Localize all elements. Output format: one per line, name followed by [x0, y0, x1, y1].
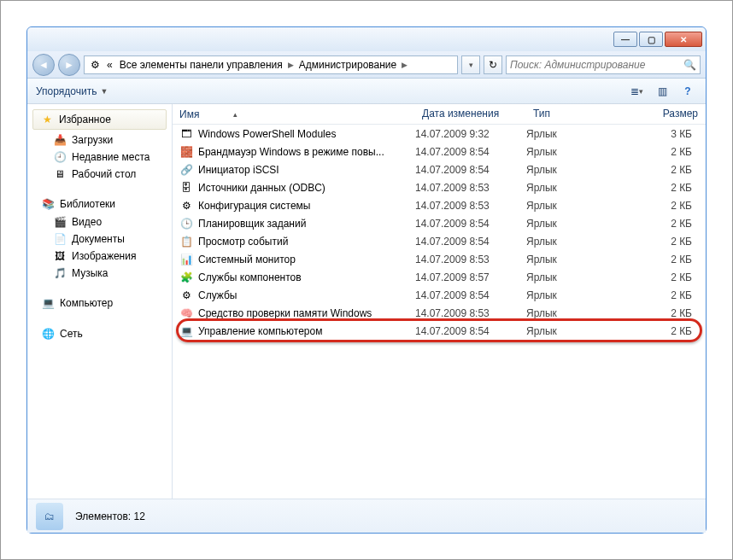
file-size: 2 КБ — [629, 325, 706, 337]
sidebar-item[interactable]: 🎬Видео — [27, 213, 172, 230]
view-button[interactable]: ≣▾ — [627, 82, 646, 101]
status-icon: 🗂 — [36, 503, 63, 530]
file-icon: 📋 — [179, 235, 193, 248]
address-dropdown-button[interactable]: ▾ — [461, 55, 480, 74]
forward-button[interactable]: ► — [58, 54, 80, 76]
breadcrumb-item[interactable]: Все элементы панели управления — [118, 59, 284, 71]
control-panel-icon: ⚙ — [88, 58, 102, 72]
sidebar-item-icon: 📄 — [53, 232, 67, 246]
sidebar-item-icon: 📥 — [53, 133, 67, 147]
sidebar-item-icon: 🎵 — [53, 266, 67, 280]
column-size[interactable]: Размер — [629, 104, 706, 124]
column-label: Имя — [179, 108, 199, 120]
file-icon: 🧠 — [179, 306, 193, 320]
status-bar: 🗂 Элементов: 12 — [27, 499, 706, 533]
file-row[interactable]: 🕒Планировщик заданий14.07.2009 8:54Ярлык… — [173, 214, 706, 232]
network-icon: 🌐 — [41, 327, 55, 341]
search-input[interactable] — [510, 59, 683, 71]
back-button[interactable]: ◄ — [32, 54, 55, 76]
sidebar-item-label: Рабочий стол — [72, 168, 136, 180]
file-type: Ярлык — [526, 307, 629, 319]
help-icon: ? — [684, 85, 690, 97]
file-size: 2 КБ — [629, 254, 706, 265]
file-size: 2 КБ — [629, 271, 706, 283]
file-row[interactable]: 🧩Службы компонентов14.07.2009 8:57Ярлык2… — [173, 268, 706, 286]
sidebar-label: Библиотеки — [60, 198, 115, 210]
file-name: Конфигурация системы — [198, 200, 310, 212]
file-row[interactable]: ⚙Конфигурация системы14.07.2009 8:53Ярлы… — [173, 196, 706, 214]
preview-pane-button[interactable]: ▥ — [653, 82, 671, 101]
file-date: 14.07.2009 8:54 — [415, 164, 526, 176]
file-list: Имя ▴ Дата изменения Тип Размер 🗔Windows… — [173, 104, 706, 499]
sidebar-network[interactable]: 🌐 Сеть — [27, 324, 172, 343]
sidebar-item[interactable]: 📥Загрузки — [27, 131, 172, 149]
breadcrumb-item[interactable]: Администрирование — [297, 59, 398, 71]
column-date[interactable]: Дата изменения — [415, 104, 526, 124]
file-row[interactable]: 🧠Средство проверки памяти Windows14.07.2… — [173, 304, 706, 322]
file-type: Ярлык — [526, 200, 629, 212]
breadcrumb-sep-icon: ▶ — [402, 61, 408, 69]
file-name: Брандмауэр Windows в режиме повы... — [198, 146, 384, 158]
column-headers: Имя ▴ Дата изменения Тип Размер — [173, 104, 706, 125]
file-size: 2 КБ — [629, 236, 706, 248]
file-name: Управление компьютером — [198, 325, 322, 337]
help-button[interactable]: ? — [678, 82, 697, 101]
file-size: 2 КБ — [629, 200, 706, 212]
file-type: Ярлык — [526, 146, 629, 158]
file-name: Службы — [198, 289, 237, 301]
file-name: Планировщик заданий — [198, 218, 306, 230]
file-icon: 🗄 — [179, 181, 193, 195]
refresh-button[interactable]: ↻ — [484, 55, 502, 74]
file-size: 3 КБ — [629, 128, 706, 140]
file-name: Системный монитор — [198, 254, 296, 265]
file-row[interactable]: 📊Системный монитор14.07.2009 8:53Ярлык2 … — [173, 250, 706, 268]
file-row[interactable]: 📋Просмотр событий14.07.2009 8:54Ярлык2 К… — [173, 232, 706, 250]
sidebar-item[interactable]: 🕘Недавние места — [27, 149, 172, 166]
sidebar-item[interactable]: 📄Документы — [27, 230, 172, 248]
file-icon: 🧱 — [179, 145, 193, 159]
sort-icon: ▴ — [233, 110, 237, 119]
sidebar: ★ Избранное 📥Загрузки🕘Недавние места🖥Раб… — [27, 104, 173, 499]
explorer-window: — ▢ ✕ ◄ ► ⚙ « Все элементы панели управл… — [26, 26, 707, 534]
column-name[interactable]: Имя ▴ — [173, 104, 415, 124]
file-type: Ярлык — [526, 164, 629, 176]
organize-button[interactable]: Упорядочить ▼ — [36, 85, 108, 97]
back-icon: ◄ — [38, 59, 49, 71]
dropdown-icon: ▾ — [639, 87, 643, 96]
minimize-button[interactable]: — — [613, 32, 637, 47]
star-icon: ★ — [40, 113, 54, 126]
sidebar-item[interactable]: 🖥Рабочий стол — [27, 166, 172, 183]
sidebar-item[interactable]: 🎵Музыка — [27, 265, 172, 282]
file-name: Службы компонентов — [198, 271, 302, 283]
file-row[interactable]: ⚙Службы14.07.2009 8:54Ярлык2 КБ — [173, 286, 706, 304]
refresh-icon: ↻ — [489, 59, 497, 71]
close-button[interactable]: ✕ — [665, 32, 702, 47]
file-row[interactable]: 🔗Инициатор iSCSI14.07.2009 8:54Ярлык2 КБ — [173, 160, 706, 178]
sidebar-favorites[interactable]: ★ Избранное — [32, 109, 167, 130]
file-size: 2 КБ — [629, 218, 706, 230]
file-row[interactable]: 🗔Windows PowerShell Modules14.07.2009 9:… — [173, 125, 706, 143]
file-row[interactable]: 🧱Брандмауэр Windows в режиме повы...14.0… — [173, 143, 706, 160]
file-type: Ярлык — [526, 271, 629, 283]
library-icon: 📚 — [41, 197, 55, 211]
maximize-button[interactable]: ▢ — [639, 32, 663, 47]
sidebar-item-label: Видео — [72, 216, 102, 228]
file-type: Ярлык — [526, 289, 629, 301]
file-date: 14.07.2009 8:54 — [415, 146, 526, 158]
file-size: 2 КБ — [629, 182, 706, 194]
file-name: Просмотр событий — [198, 236, 288, 248]
sidebar-computer[interactable]: 💻 Компьютер — [27, 294, 172, 312]
file-date: 14.07.2009 8:53 — [415, 254, 526, 265]
file-date: 14.07.2009 8:53 — [415, 200, 526, 212]
address-bar[interactable]: ⚙ « Все элементы панели управления ▶ Адм… — [84, 55, 458, 74]
file-row[interactable]: 💻Управление компьютером14.07.2009 8:54Яр… — [173, 322, 706, 340]
column-type[interactable]: Тип — [526, 104, 629, 124]
sidebar-libraries[interactable]: 📚 Библиотеки — [27, 195, 172, 213]
search-box[interactable]: 🔍 — [506, 55, 701, 74]
file-row[interactable]: 🗄Источники данных (ODBC)14.07.2009 8:53Я… — [173, 178, 706, 196]
nav-bar: ◄ ► ⚙ « Все элементы панели управления ▶… — [27, 51, 706, 79]
file-date: 14.07.2009 8:54 — [415, 218, 526, 230]
body: ★ Избранное 📥Загрузки🕘Недавние места🖥Раб… — [27, 104, 706, 499]
file-icon: ⚙ — [179, 289, 193, 302]
sidebar-item[interactable]: 🖼Изображения — [27, 248, 172, 265]
